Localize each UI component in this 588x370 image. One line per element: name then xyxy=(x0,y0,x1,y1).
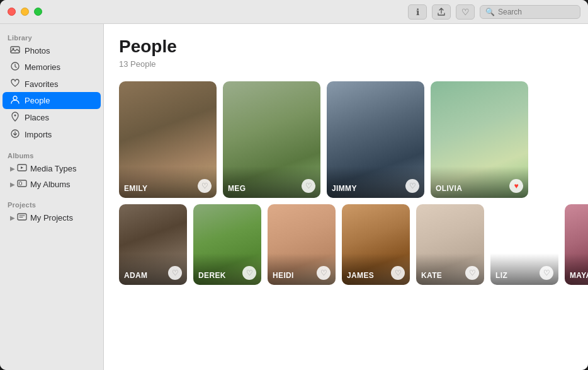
people-icon xyxy=(10,95,20,107)
search-bar[interactable]: 🔍 xyxy=(480,5,580,19)
imports-icon xyxy=(10,129,20,141)
sidebar-item-my-projects-label: My Projects xyxy=(30,213,73,223)
favorite-button[interactable]: ♡ xyxy=(456,4,475,20)
people-grid-bottom: Adam ♡ Derek ♡ xyxy=(119,204,575,285)
page-title: People xyxy=(119,37,575,57)
person-badge-heidi: Heidi ♡ xyxy=(268,253,336,285)
person-name-olivia: OLIVIA xyxy=(436,184,462,193)
person-card-james[interactable]: James ♡ xyxy=(342,204,410,285)
people-grid-top: EMILY ♡ MEG ♡ xyxy=(119,81,575,198)
traffic-lights xyxy=(8,8,42,16)
chevron-media-types-icon: ▶ xyxy=(10,165,15,172)
person-name-liz: Liz xyxy=(495,271,507,280)
person-badge-olivia: OLIVIA ♥ xyxy=(431,166,528,198)
svg-rect-8 xyxy=(20,182,22,185)
person-badge-adam: Adam ♡ xyxy=(119,253,187,285)
content-area: Library Photos M xyxy=(0,24,588,370)
heart-kate-icon: ♡ xyxy=(469,269,476,277)
favorite-liz-button[interactable]: ♡ xyxy=(540,266,553,280)
person-badge-jimmy: JIMMY ♡ xyxy=(327,166,424,198)
person-name-derek: Derek xyxy=(198,271,226,280)
library-section-label: Library xyxy=(0,32,103,43)
person-card-olivia[interactable]: OLIVIA ♥ xyxy=(431,81,528,198)
maximize-button[interactable] xyxy=(34,8,42,16)
person-badge-maya: Maya ♡ xyxy=(565,253,588,285)
places-icon xyxy=(10,112,20,124)
heart-liz-icon: ♡ xyxy=(543,269,550,277)
sidebar: Library Photos M xyxy=(0,24,104,370)
memories-icon xyxy=(10,61,20,73)
svg-point-4 xyxy=(14,115,16,117)
chevron-my-projects-icon: ▶ xyxy=(10,214,15,221)
photos-icon xyxy=(10,45,20,56)
sidebar-item-photos[interactable]: Photos xyxy=(3,43,101,59)
person-name-emily: EMILY xyxy=(124,184,147,193)
favorites-icon xyxy=(10,78,20,90)
sidebar-item-imports[interactable]: Imports xyxy=(3,126,101,143)
person-name-adam: Adam xyxy=(124,271,147,280)
sidebar-item-photos-label: Photos xyxy=(25,46,50,55)
sidebar-item-memories-label: Memories xyxy=(25,62,60,72)
sidebar-item-media-types[interactable]: ▶ Media Types xyxy=(3,161,101,176)
chevron-my-albums-icon: ▶ xyxy=(10,181,15,188)
person-card-derek[interactable]: Derek ♡ xyxy=(193,204,261,285)
person-card-meg[interactable]: MEG ♡ xyxy=(223,81,320,198)
media-types-icon xyxy=(17,163,27,174)
heart-jimmy-icon: ♡ xyxy=(409,182,416,190)
heart-derek-icon: ♡ xyxy=(246,269,253,277)
minimize-button[interactable] xyxy=(21,8,29,16)
sidebar-item-media-types-label: Media Types xyxy=(30,164,76,173)
heart-meg-icon: ♡ xyxy=(305,182,312,190)
person-card-liz[interactable]: Liz ♡ xyxy=(490,204,558,285)
favorite-james-button[interactable]: ♡ xyxy=(391,266,405,280)
people-count: 13 People xyxy=(119,59,575,69)
person-name-jimmy: JIMMY xyxy=(332,184,357,193)
heart-olivia-icon: ♥ xyxy=(514,182,518,190)
main-panel: People 13 People EMILY ♡ MEG xyxy=(104,24,588,370)
heart-adam-icon: ♡ xyxy=(172,269,179,277)
person-badge-emily: EMILY ♡ xyxy=(119,166,217,198)
search-input[interactable] xyxy=(498,8,574,16)
heart-emily-icon: ♡ xyxy=(201,182,208,190)
sidebar-item-imports-label: Imports xyxy=(25,130,52,139)
favorite-meg-button[interactable]: ♡ xyxy=(302,179,315,193)
svg-rect-0 xyxy=(11,47,20,53)
share-button[interactable] xyxy=(432,4,451,20)
app-window: ℹ ♡ 🔍 Library xyxy=(0,0,588,370)
close-button[interactable] xyxy=(8,8,16,16)
svg-point-3 xyxy=(13,96,17,100)
sidebar-item-my-albums[interactable]: ▶ My Albums xyxy=(3,176,101,192)
favorite-adam-button[interactable]: ♡ xyxy=(168,266,182,280)
person-card-jimmy[interactable]: JIMMY ♡ xyxy=(327,81,424,198)
person-card-maya[interactable]: Maya ♡ xyxy=(565,204,588,285)
person-badge-derek: Derek ♡ xyxy=(193,253,261,285)
person-card-adam[interactable]: Adam ♡ xyxy=(119,204,187,285)
sidebar-item-favorites-label: Favorites xyxy=(25,79,58,89)
person-card-emily[interactable]: EMILY ♡ xyxy=(119,81,217,198)
sidebar-item-people[interactable]: People xyxy=(3,92,101,109)
sidebar-item-memories[interactable]: Memories xyxy=(3,59,101,76)
search-icon: 🔍 xyxy=(485,8,495,16)
person-name-maya: Maya xyxy=(570,271,588,280)
person-badge-kate: Kate ♡ xyxy=(416,253,484,285)
sidebar-item-favorites[interactable]: Favorites xyxy=(3,76,101,92)
favorite-heidi-button[interactable]: ♡ xyxy=(317,266,331,280)
favorite-olivia-button[interactable]: ♥ xyxy=(509,179,523,193)
titlebar: ℹ ♡ 🔍 xyxy=(0,0,588,24)
favorite-kate-button[interactable]: ♡ xyxy=(465,266,479,280)
favorite-derek-button[interactable]: ♡ xyxy=(242,266,256,280)
person-card-heidi[interactable]: Heidi ♡ xyxy=(268,204,336,285)
titlebar-actions: ℹ ♡ 🔍 xyxy=(408,4,580,20)
favorite-jimmy-button[interactable]: ♡ xyxy=(405,179,419,193)
person-card-kate[interactable]: Kate ♡ xyxy=(416,204,484,285)
person-name-kate: Kate xyxy=(421,271,442,280)
sidebar-item-places[interactable]: Places xyxy=(3,109,101,126)
heart-james-icon: ♡ xyxy=(395,269,402,277)
person-name-james: James xyxy=(347,271,374,280)
sidebar-item-my-projects[interactable]: ▶ My Projects xyxy=(3,210,101,226)
heart-heidi-icon: ♡ xyxy=(320,269,327,277)
person-name-meg: MEG xyxy=(228,184,246,193)
person-badge-james: James ♡ xyxy=(342,253,410,285)
favorite-emily-button[interactable]: ♡ xyxy=(198,179,212,193)
info-button[interactable]: ℹ xyxy=(408,4,427,20)
